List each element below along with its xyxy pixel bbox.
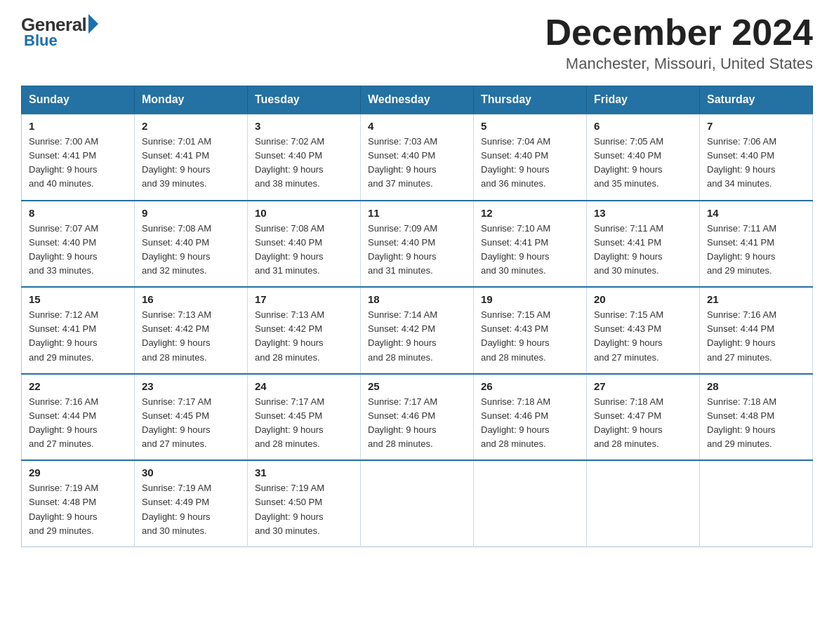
day-number: 20 bbox=[594, 293, 692, 305]
day-info: Sunrise: 7:00 AM Sunset: 4:41 PM Dayligh… bbox=[29, 135, 127, 192]
day-info: Sunrise: 7:05 AM Sunset: 4:40 PM Dayligh… bbox=[594, 135, 692, 192]
logo-blue-text: Blue bbox=[24, 32, 58, 50]
day-info: Sunrise: 7:08 AM Sunset: 4:40 PM Dayligh… bbox=[255, 222, 353, 279]
logo: General Blue bbox=[21, 14, 98, 50]
page-header: General Blue December 2024 Manchester, M… bbox=[21, 14, 813, 73]
day-info: Sunrise: 7:07 AM Sunset: 4:40 PM Dayligh… bbox=[29, 222, 127, 279]
table-row bbox=[474, 460, 587, 546]
day-info: Sunrise: 7:04 AM Sunset: 4:40 PM Dayligh… bbox=[481, 135, 579, 192]
table-row: 16 Sunrise: 7:13 AM Sunset: 4:42 PM Dayl… bbox=[135, 287, 248, 374]
location-subtitle: Manchester, Missouri, United States bbox=[545, 55, 813, 73]
title-section: December 2024 Manchester, Missouri, Unit… bbox=[545, 14, 813, 73]
table-row: 25 Sunrise: 7:17 AM Sunset: 4:46 PM Dayl… bbox=[361, 374, 474, 461]
day-info: Sunrise: 7:08 AM Sunset: 4:40 PM Dayligh… bbox=[142, 222, 240, 279]
table-row: 9 Sunrise: 7:08 AM Sunset: 4:40 PM Dayli… bbox=[135, 201, 248, 288]
table-row: 6 Sunrise: 7:05 AM Sunset: 4:40 PM Dayli… bbox=[587, 114, 700, 201]
table-row: 8 Sunrise: 7:07 AM Sunset: 4:40 PM Dayli… bbox=[22, 201, 135, 288]
table-row: 18 Sunrise: 7:14 AM Sunset: 4:42 PM Dayl… bbox=[361, 287, 474, 374]
table-row: 29 Sunrise: 7:19 AM Sunset: 4:48 PM Dayl… bbox=[22, 460, 135, 546]
day-info: Sunrise: 7:16 AM Sunset: 4:44 PM Dayligh… bbox=[29, 395, 127, 452]
table-row: 1 Sunrise: 7:00 AM Sunset: 4:41 PM Dayli… bbox=[22, 114, 135, 201]
day-info: Sunrise: 7:19 AM Sunset: 4:48 PM Dayligh… bbox=[29, 481, 127, 538]
day-info: Sunrise: 7:02 AM Sunset: 4:40 PM Dayligh… bbox=[255, 135, 353, 192]
day-info: Sunrise: 7:03 AM Sunset: 4:40 PM Dayligh… bbox=[368, 135, 466, 192]
table-row: 10 Sunrise: 7:08 AM Sunset: 4:40 PM Dayl… bbox=[248, 201, 361, 288]
table-row: 20 Sunrise: 7:15 AM Sunset: 4:43 PM Dayl… bbox=[587, 287, 700, 374]
col-sunday: Sunday bbox=[22, 86, 135, 114]
day-info: Sunrise: 7:17 AM Sunset: 4:46 PM Dayligh… bbox=[368, 395, 466, 452]
calendar-header-row: Sunday Monday Tuesday Wednesday Thursday… bbox=[22, 86, 813, 114]
table-row: 7 Sunrise: 7:06 AM Sunset: 4:40 PM Dayli… bbox=[700, 114, 813, 201]
day-number: 21 bbox=[707, 293, 805, 305]
col-saturday: Saturday bbox=[700, 86, 813, 114]
calendar-week-row: 29 Sunrise: 7:19 AM Sunset: 4:48 PM Dayl… bbox=[22, 460, 813, 546]
table-row bbox=[700, 460, 813, 546]
col-thursday: Thursday bbox=[474, 86, 587, 114]
day-info: Sunrise: 7:19 AM Sunset: 4:49 PM Dayligh… bbox=[142, 481, 240, 538]
day-number: 27 bbox=[594, 380, 692, 392]
day-number: 1 bbox=[29, 120, 127, 132]
table-row: 19 Sunrise: 7:15 AM Sunset: 4:43 PM Dayl… bbox=[474, 287, 587, 374]
table-row bbox=[587, 460, 700, 546]
table-row: 21 Sunrise: 7:16 AM Sunset: 4:44 PM Dayl… bbox=[700, 287, 813, 374]
calendar-week-row: 1 Sunrise: 7:00 AM Sunset: 4:41 PM Dayli… bbox=[22, 114, 813, 201]
table-row bbox=[361, 460, 474, 546]
day-number: 31 bbox=[255, 467, 353, 478]
day-number: 13 bbox=[594, 207, 692, 219]
table-row: 13 Sunrise: 7:11 AM Sunset: 4:41 PM Dayl… bbox=[587, 201, 700, 288]
day-number: 18 bbox=[368, 293, 466, 305]
day-number: 22 bbox=[29, 380, 127, 392]
day-number: 17 bbox=[255, 293, 353, 305]
day-info: Sunrise: 7:17 AM Sunset: 4:45 PM Dayligh… bbox=[142, 395, 240, 452]
table-row: 17 Sunrise: 7:13 AM Sunset: 4:42 PM Dayl… bbox=[248, 287, 361, 374]
table-row: 27 Sunrise: 7:18 AM Sunset: 4:47 PM Dayl… bbox=[587, 374, 700, 461]
day-info: Sunrise: 7:15 AM Sunset: 4:43 PM Dayligh… bbox=[481, 308, 579, 365]
day-number: 11 bbox=[368, 207, 466, 219]
day-number: 8 bbox=[29, 207, 127, 219]
table-row: 14 Sunrise: 7:11 AM Sunset: 4:41 PM Dayl… bbox=[700, 201, 813, 288]
day-info: Sunrise: 7:06 AM Sunset: 4:40 PM Dayligh… bbox=[707, 135, 805, 192]
table-row: 23 Sunrise: 7:17 AM Sunset: 4:45 PM Dayl… bbox=[135, 374, 248, 461]
day-number: 7 bbox=[707, 120, 805, 132]
day-number: 9 bbox=[142, 207, 240, 219]
day-number: 24 bbox=[255, 380, 353, 392]
day-number: 26 bbox=[481, 380, 579, 392]
day-number: 12 bbox=[481, 207, 579, 219]
day-number: 28 bbox=[707, 380, 805, 392]
table-row: 3 Sunrise: 7:02 AM Sunset: 4:40 PM Dayli… bbox=[248, 114, 361, 201]
day-info: Sunrise: 7:10 AM Sunset: 4:41 PM Dayligh… bbox=[481, 222, 579, 279]
col-monday: Monday bbox=[135, 86, 248, 114]
calendar-week-row: 22 Sunrise: 7:16 AM Sunset: 4:44 PM Dayl… bbox=[22, 374, 813, 461]
day-number: 2 bbox=[142, 120, 240, 132]
day-info: Sunrise: 7:09 AM Sunset: 4:40 PM Dayligh… bbox=[368, 222, 466, 279]
day-number: 16 bbox=[142, 293, 240, 305]
day-number: 30 bbox=[142, 467, 240, 478]
logo-triangle-icon bbox=[88, 14, 98, 34]
day-number: 5 bbox=[481, 120, 579, 132]
day-info: Sunrise: 7:19 AM Sunset: 4:50 PM Dayligh… bbox=[255, 481, 353, 538]
month-title: December 2024 bbox=[545, 14, 813, 51]
table-row: 12 Sunrise: 7:10 AM Sunset: 4:41 PM Dayl… bbox=[474, 201, 587, 288]
table-row: 24 Sunrise: 7:17 AM Sunset: 4:45 PM Dayl… bbox=[248, 374, 361, 461]
day-number: 3 bbox=[255, 120, 353, 132]
day-info: Sunrise: 7:11 AM Sunset: 4:41 PM Dayligh… bbox=[707, 222, 805, 279]
table-row: 26 Sunrise: 7:18 AM Sunset: 4:46 PM Dayl… bbox=[474, 374, 587, 461]
day-number: 10 bbox=[255, 207, 353, 219]
day-number: 15 bbox=[29, 293, 127, 305]
day-number: 25 bbox=[368, 380, 466, 392]
day-info: Sunrise: 7:18 AM Sunset: 4:47 PM Dayligh… bbox=[594, 395, 692, 452]
table-row: 4 Sunrise: 7:03 AM Sunset: 4:40 PM Dayli… bbox=[361, 114, 474, 201]
table-row: 28 Sunrise: 7:18 AM Sunset: 4:48 PM Dayl… bbox=[700, 374, 813, 461]
day-info: Sunrise: 7:18 AM Sunset: 4:46 PM Dayligh… bbox=[481, 395, 579, 452]
table-row: 22 Sunrise: 7:16 AM Sunset: 4:44 PM Dayl… bbox=[22, 374, 135, 461]
day-number: 14 bbox=[707, 207, 805, 219]
table-row: 11 Sunrise: 7:09 AM Sunset: 4:40 PM Dayl… bbox=[361, 201, 474, 288]
table-row: 5 Sunrise: 7:04 AM Sunset: 4:40 PM Dayli… bbox=[474, 114, 587, 201]
day-info: Sunrise: 7:12 AM Sunset: 4:41 PM Dayligh… bbox=[29, 308, 127, 365]
day-info: Sunrise: 7:14 AM Sunset: 4:42 PM Dayligh… bbox=[368, 308, 466, 365]
calendar-week-row: 8 Sunrise: 7:07 AM Sunset: 4:40 PM Dayli… bbox=[22, 201, 813, 288]
day-number: 23 bbox=[142, 380, 240, 392]
col-friday: Friday bbox=[587, 86, 700, 114]
day-number: 6 bbox=[594, 120, 692, 132]
table-row: 2 Sunrise: 7:01 AM Sunset: 4:41 PM Dayli… bbox=[135, 114, 248, 201]
